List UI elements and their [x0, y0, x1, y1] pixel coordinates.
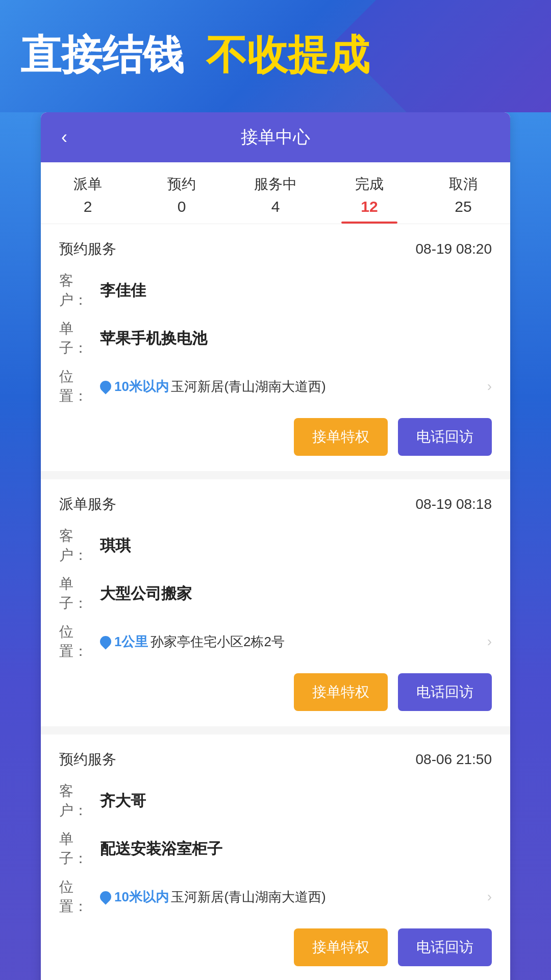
order-label-0: 单子： [59, 319, 100, 358]
order-type-2: 预约服务 [59, 750, 116, 769]
order-time-1: 08-19 08:18 [416, 496, 492, 512]
tab-item-取消[interactable]: 取消 25 [416, 162, 510, 224]
order-customer-row-0: 客户： 李佳佳 [59, 271, 492, 310]
customer-label-0: 客户： [59, 271, 100, 310]
order-value-1: 大型公司搬家 [100, 583, 192, 604]
callback-button-1[interactable]: 电话回访 [398, 673, 492, 711]
header-title: 接单中心 [241, 126, 310, 149]
chevron-right-icon-0: › [487, 378, 492, 395]
back-button[interactable]: ‹ [61, 127, 67, 148]
order-card-2: 预约服务 08-06 21:50 客户： 齐大哥 单子： 配送安装浴室柜子 位置… [41, 734, 510, 980]
tab-item-完成[interactable]: 完成 12 [322, 162, 416, 224]
order-label-1: 单子： [59, 574, 100, 613]
tab-label-3: 完成 [355, 175, 384, 194]
order-value-0: 苹果手机换电池 [100, 328, 207, 349]
location-label-2: 位置： [59, 877, 100, 916]
location-address-2: 玉河新居(青山湖南大道西) [171, 888, 483, 906]
tab-count-2: 4 [271, 198, 280, 215]
order-header-2: 预约服务 08-06 21:50 [59, 750, 492, 769]
hero-title-white: 直接结钱 [20, 32, 184, 78]
order-value-2: 配送安装浴室柜子 [100, 839, 222, 860]
tab-item-预约[interactable]: 预约 0 [135, 162, 229, 224]
order-item-row-2: 单子： 配送安装浴室柜子 [59, 829, 492, 868]
customer-value-2: 齐大哥 [100, 791, 146, 812]
location-row-2: 位置： 10米以内 玉河新居(青山湖南大道西) › [59, 877, 492, 916]
order-customer-row-2: 客户： 齐大哥 [59, 781, 492, 820]
callback-button-0[interactable]: 电话回访 [398, 418, 492, 456]
order-label-2: 单子： [59, 829, 100, 868]
order-type-1: 派单服务 [59, 495, 116, 514]
hero-title-yellow: 不收提成 [206, 32, 369, 78]
customer-label-2: 客户： [59, 781, 100, 820]
location-row-1: 位置： 1公里 孙家亭住宅小区2栋2号 › [59, 622, 492, 661]
location-pin-icon-2 [97, 889, 113, 904]
location-pin-icon-0 [97, 378, 113, 394]
privilege-button-2[interactable]: 接单特权 [294, 928, 388, 966]
order-header-0: 预约服务 08-19 08:20 [59, 239, 492, 259]
tab-count-0: 2 [84, 198, 92, 215]
app-card-wrapper: ‹ 接单中心 派单 2 预约 0 服务中 4 完成 12 取消 25 预约服务 … [0, 112, 551, 980]
order-actions-0: 接单特权 电话回访 [59, 418, 492, 456]
order-actions-1: 接单特权 电话回访 [59, 673, 492, 711]
location-label-1: 位置： [59, 622, 100, 661]
location-label-0: 位置： [59, 367, 100, 406]
order-item-row-1: 单子： 大型公司搬家 [59, 574, 492, 613]
order-time-0: 08-19 08:20 [416, 241, 492, 257]
order-header-1: 派单服务 08-19 08:18 [59, 495, 492, 514]
tab-count-4: 25 [455, 198, 471, 215]
privilege-button-0[interactable]: 接单特权 [294, 418, 388, 456]
tabs-row: 派单 2 预约 0 服务中 4 完成 12 取消 25 [41, 162, 510, 224]
order-time-2: 08-06 21:50 [416, 751, 492, 768]
callback-button-2[interactable]: 电话回访 [398, 928, 492, 966]
location-row-0: 位置： 10米以内 玉河新居(青山湖南大道西) › [59, 367, 492, 406]
customer-label-1: 客户： [59, 526, 100, 565]
order-type-0: 预约服务 [59, 239, 116, 259]
orders-container: 预约服务 08-19 08:20 客户： 李佳佳 单子： 苹果手机换电池 位置：… [41, 224, 510, 980]
order-item-row-0: 单子： 苹果手机换电池 [59, 319, 492, 358]
location-distance-2: 10米以内 [114, 888, 169, 906]
location-pin-icon-1 [97, 633, 113, 649]
order-card-0: 预约服务 08-19 08:20 客户： 李佳佳 单子： 苹果手机换电池 位置：… [41, 224, 510, 471]
customer-value-0: 李佳佳 [100, 280, 146, 301]
chevron-right-icon-1: › [487, 633, 492, 650]
location-distance-0: 10米以内 [114, 378, 169, 396]
tab-label-4: 取消 [449, 175, 478, 194]
tab-label-0: 派单 [73, 175, 102, 194]
hero-section: 直接结钱 不收提成 [0, 0, 551, 112]
order-actions-2: 接单特权 电话回访 [59, 928, 492, 966]
privilege-button-1[interactable]: 接单特权 [294, 673, 388, 711]
chevron-right-icon-2: › [487, 889, 492, 905]
hero-title: 直接结钱 不收提成 [20, 31, 369, 80]
card-header: ‹ 接单中心 [41, 112, 510, 162]
app-card: ‹ 接单中心 派单 2 预约 0 服务中 4 完成 12 取消 25 预约服务 … [41, 112, 510, 980]
tab-label-2: 服务中 [254, 175, 297, 194]
tab-item-派单[interactable]: 派单 2 [41, 162, 135, 224]
location-distance-1: 1公里 [114, 633, 148, 651]
tab-count-3: 12 [361, 198, 378, 215]
tab-label-1: 预约 [167, 175, 196, 194]
order-customer-row-1: 客户： 琪琪 [59, 526, 492, 565]
location-address-0: 玉河新居(青山湖南大道西) [171, 378, 483, 396]
customer-value-1: 琪琪 [100, 535, 131, 556]
tab-count-1: 0 [178, 198, 186, 215]
location-address-1: 孙家亭住宅小区2栋2号 [151, 633, 483, 651]
tab-item-服务中[interactable]: 服务中 4 [229, 162, 322, 224]
order-card-1: 派单服务 08-19 08:18 客户： 琪琪 单子： 大型公司搬家 位置： 1… [41, 479, 510, 726]
